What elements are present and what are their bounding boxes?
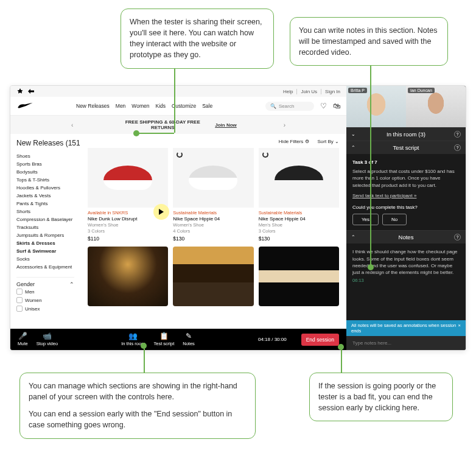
test-script-panel: ⌃ Test script ? Task 3 of 7 Select a pro… bbox=[346, 141, 466, 230]
send-task-link[interactable]: Send task text to participant » bbox=[352, 192, 460, 199]
product-card[interactable]: Sustainable Materials Nike Space Hippie … bbox=[259, 148, 339, 242]
product-card[interactable]: Sustainable Materials Nike Space Hippie … bbox=[173, 148, 253, 242]
cat-socks[interactable]: Socks bbox=[16, 255, 74, 263]
product-card[interactable] bbox=[259, 247, 339, 306]
cat-surf[interactable]: Surf & Swimwear bbox=[16, 247, 74, 255]
cam-participant-1[interactable]: Britta P bbox=[346, 86, 406, 127]
chk-unisex[interactable]: Unisex bbox=[16, 304, 74, 313]
callout-end: If the session is going poorly or the te… bbox=[309, 373, 453, 421]
help-icon[interactable]: ? bbox=[454, 234, 461, 240]
cat-pants[interactable]: Pants & Tights bbox=[16, 200, 74, 208]
nav-women[interactable]: Women bbox=[131, 103, 149, 109]
chevron-down-icon: ⌄ bbox=[351, 131, 355, 137]
cat-jumpsuits[interactable]: Jumpsuits & Rompers bbox=[16, 231, 74, 239]
jordan-icon bbox=[16, 88, 24, 95]
product-image bbox=[103, 166, 152, 190]
nav-new-releases[interactable]: New Releases bbox=[76, 103, 110, 109]
note-text: I think we should change how the checkou… bbox=[352, 248, 460, 276]
mic-icon: 🎤 bbox=[18, 332, 27, 340]
cat-tops[interactable]: Tops & T-Shirts bbox=[16, 176, 74, 184]
notes-panel-head[interactable]: ⌃ Notes ? bbox=[346, 231, 466, 244]
cam-name: Ian Duncan bbox=[408, 88, 435, 93]
cat-skirts[interactable]: Skirts & Dresses bbox=[16, 239, 74, 247]
search-input[interactable]: 🔍 Search bbox=[265, 102, 314, 111]
mute-button[interactable]: 🎤Mute bbox=[18, 332, 28, 346]
complete-question: Could you complete this task? bbox=[352, 204, 460, 211]
cat-sports-bras[interactable]: Sports Bras bbox=[16, 160, 74, 168]
chevron-up-icon: ⌃ bbox=[351, 145, 355, 150]
help-icon[interactable]: ? bbox=[454, 144, 461, 151]
product-price: $110 bbox=[88, 236, 168, 242]
nav-customize[interactable]: Customize bbox=[172, 103, 196, 109]
cat-bodysuits[interactable]: Bodysuits bbox=[16, 168, 74, 176]
yes-button[interactable]: Yes bbox=[352, 214, 379, 225]
product-card[interactable]: Available in SNKRS Nike Dunk Low Disrupt… bbox=[88, 148, 168, 242]
product-colors: 3 Colors bbox=[259, 228, 339, 234]
chk-men[interactable]: Men bbox=[16, 287, 74, 296]
promo-join-link[interactable]: Join Now bbox=[215, 122, 237, 128]
cat-compression[interactable]: Compression & Baselayer bbox=[16, 215, 74, 223]
room-panel-head[interactable]: ⌄ In this room (3) ? bbox=[346, 128, 466, 141]
cat-shorts[interactable]: Shorts bbox=[16, 208, 74, 215]
product-image bbox=[173, 247, 253, 306]
sort-by-button[interactable]: Sort By ⌄ bbox=[318, 139, 339, 144]
cat-accessories[interactable]: Accessories & Equipment bbox=[16, 263, 74, 271]
product-image bbox=[88, 247, 168, 306]
link-join[interactable]: Join Us bbox=[296, 89, 317, 94]
callout-controls: You can manage which sections are showin… bbox=[19, 373, 256, 439]
notes-input[interactable]: Type notes here... bbox=[346, 336, 466, 350]
link-signin[interactable]: Sign In bbox=[321, 89, 340, 94]
product-card[interactable] bbox=[173, 247, 253, 306]
link-help[interactable]: Help bbox=[283, 89, 293, 94]
test-script-button[interactable]: 📋Test script bbox=[153, 332, 174, 346]
cat-jackets[interactable]: Jackets & Vests bbox=[16, 192, 74, 200]
nav-men[interactable]: Men bbox=[116, 103, 126, 109]
loading-icon bbox=[177, 152, 183, 158]
clipboard-icon: 📋 bbox=[159, 332, 169, 340]
product-card[interactable] bbox=[88, 247, 168, 306]
callout-screen-share: When the tester is sharing their screen,… bbox=[121, 9, 274, 69]
product-name: Nike Space Hippie 04 bbox=[259, 216, 339, 222]
category-sidebar: New Releases (1512) Shoes Sports Bras Bo… bbox=[10, 134, 80, 329]
cat-shoes[interactable]: Shoes bbox=[16, 152, 74, 160]
product-tag: Sustainable Materials bbox=[259, 210, 339, 215]
callout-dot bbox=[338, 344, 344, 350]
end-session-button[interactable]: End session bbox=[301, 334, 339, 346]
nav-kids[interactable]: Kids bbox=[156, 103, 166, 109]
nike-logo[interactable] bbox=[16, 100, 33, 111]
chevron-right-icon[interactable]: › bbox=[284, 122, 285, 128]
chevron-up-icon: ⌃ bbox=[351, 234, 355, 240]
nav-sale[interactable]: Sale bbox=[202, 103, 212, 109]
cam-participant-2[interactable]: Ian Duncan bbox=[406, 86, 466, 127]
product-price: $130 bbox=[173, 236, 253, 242]
heart-icon[interactable]: ♡ bbox=[320, 102, 327, 110]
chk-women[interactable]: Women bbox=[16, 296, 74, 304]
product-price: $130 bbox=[259, 236, 339, 242]
script-panel-head[interactable]: ⌃ Test script ? bbox=[346, 141, 466, 154]
side-panel: Britta P Ian Duncan ⌄ In this room (3) ?… bbox=[346, 86, 466, 350]
product-subtitle: Men's Shoe bbox=[259, 222, 339, 228]
chevron-left-icon[interactable]: ‹ bbox=[71, 122, 73, 128]
stop-video-button[interactable]: 📹Stop video bbox=[37, 332, 58, 346]
notes-panel: ⌃ Notes ? I think we should change how t… bbox=[346, 230, 466, 350]
search-icon: 🔍 bbox=[270, 103, 276, 109]
close-icon[interactable]: × bbox=[458, 323, 461, 334]
session-toolbar: 🎤Mute 📹Stop video 👥In this room 📋Test sc… bbox=[10, 329, 346, 350]
main-nav: New Releases Men Women Kids Customize Sa… bbox=[10, 97, 346, 116]
loading-icon bbox=[262, 152, 268, 158]
hide-filters-button[interactable]: Hide Filters ⚙ bbox=[279, 139, 309, 144]
callout-dot bbox=[368, 264, 374, 270]
chevron-up-icon: ⌃ bbox=[69, 281, 74, 287]
help-icon[interactable]: ? bbox=[454, 131, 461, 138]
filter-gender-head[interactable]: Gender⌃ bbox=[16, 277, 74, 287]
people-icon: 👥 bbox=[128, 332, 138, 340]
page-title: New Releases (1512) bbox=[16, 139, 74, 147]
no-button[interactable]: No bbox=[382, 214, 407, 225]
cam-name: Britta P bbox=[348, 88, 367, 93]
cat-hoodies[interactable]: Hoodies & Pullovers bbox=[16, 184, 74, 192]
product-image bbox=[189, 166, 237, 190]
main-screen-share: Help Join Us Sign In New Releases Men Wo… bbox=[10, 86, 346, 350]
bag-icon[interactable]: 🛍 bbox=[333, 102, 340, 110]
cat-tracksuits[interactable]: Tracksuits bbox=[16, 223, 74, 231]
notes-button[interactable]: ✎Notes bbox=[183, 332, 195, 346]
